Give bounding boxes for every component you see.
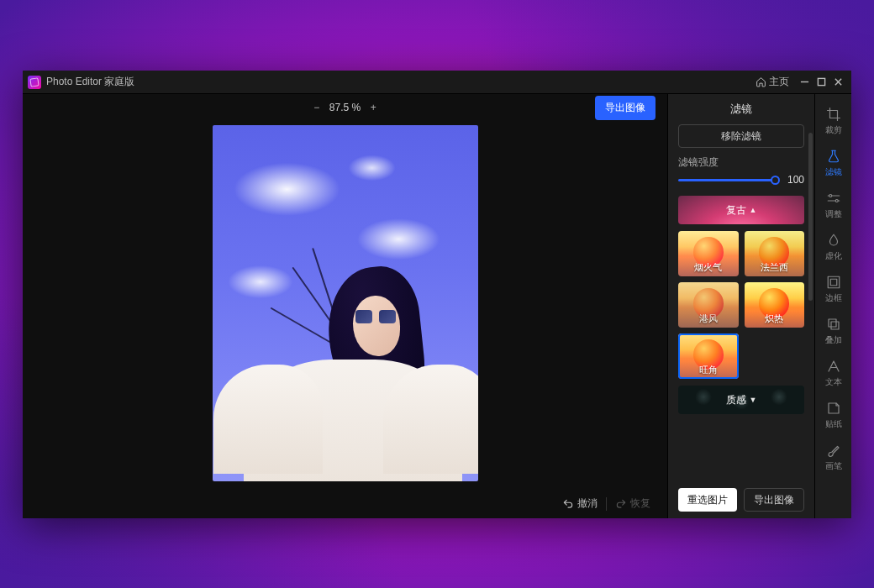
app-logo-icon [28, 76, 41, 89]
app-title: Photo Editor 家庭版 [46, 75, 134, 89]
home-button[interactable]: 主页 [756, 75, 789, 89]
zoom-out-button[interactable]: − [311, 102, 323, 113]
brush-icon [826, 443, 841, 458]
minimize-button[interactable] [796, 74, 813, 91]
intensity-slider[interactable] [678, 176, 776, 184]
svg-rect-3 [828, 276, 840, 288]
panel-scrollbar[interactable] [808, 133, 813, 439]
edited-photo [213, 125, 478, 481]
zoom-in-button[interactable]: + [367, 102, 379, 113]
chevron-down-icon: ▼ [750, 396, 757, 404]
panel-title: 滤镜 [668, 94, 814, 124]
tool-filter[interactable]: 滤镜 [815, 143, 852, 183]
filter-thumb-falanxi[interactable]: 法兰西 [745, 231, 805, 276]
filter-thumb-yanhuoqi[interactable]: 烟火气 [678, 231, 739, 276]
separator [606, 497, 607, 511]
tool-blur[interactable]: 虚化 [815, 227, 852, 267]
drop-icon [826, 233, 841, 248]
tool-brush[interactable]: 画笔 [815, 437, 852, 477]
filter-thumb-gangfeng[interactable]: 港风 [678, 282, 739, 328]
frame-icon [826, 275, 841, 290]
home-icon [756, 76, 766, 87]
sticker-icon [826, 401, 841, 416]
redo-icon [615, 498, 627, 510]
tool-crop[interactable]: 裁剪 [815, 101, 852, 141]
undo-button[interactable]: 撤消 [557, 493, 603, 514]
filter-category-retro[interactable]: 复古▲ [678, 196, 804, 224]
tool-text[interactable]: 文本 [815, 353, 852, 393]
tool-sticker[interactable]: 贴纸 [815, 395, 852, 435]
crop-icon [826, 107, 841, 122]
svg-rect-5 [829, 319, 836, 327]
reselect-image-button[interactable]: 重选图片 [678, 488, 737, 512]
svg-rect-0 [818, 78, 824, 85]
titlebar: Photo Editor 家庭版 主页 [23, 71, 851, 94]
canvas-viewport[interactable] [23, 122, 667, 490]
sliders-icon [826, 191, 841, 206]
zoom-level: 87.5 % [329, 102, 361, 113]
layers-icon [826, 317, 841, 332]
maximize-button[interactable] [813, 74, 829, 91]
intensity-label: 滤镜强度 [678, 156, 804, 169]
tool-overlay[interactable]: 叠加 [815, 311, 852, 351]
svg-rect-6 [831, 322, 839, 329]
text-icon [826, 359, 841, 374]
tool-adjust[interactable]: 调整 [815, 185, 852, 225]
chevron-up-icon: ▲ [750, 206, 757, 214]
intensity-value: 100 [782, 174, 804, 186]
tool-strip: 裁剪 滤镜 调整 虚化 边框 叠加 [814, 94, 851, 518]
remove-filter-button[interactable]: 移除滤镜 [678, 124, 804, 148]
export-image-button-panel[interactable]: 导出图像 [744, 488, 804, 512]
flask-icon [826, 149, 841, 164]
undo-icon [562, 498, 574, 510]
filter-category-texture[interactable]: 质感▼ [678, 386, 804, 414]
svg-rect-4 [830, 279, 837, 286]
filter-thumb-chire[interactable]: 炽热 [745, 282, 805, 328]
canvas-area: − 87.5 % + 导出图像 撤消 [23, 94, 667, 518]
filter-thumb-wangjiao[interactable]: 旺角 [678, 333, 739, 379]
app-window: Photo Editor 家庭版 主页 − 87.5 % + 导出图像 [23, 71, 851, 518]
export-image-button[interactable]: 导出图像 [595, 96, 656, 120]
redo-button: 恢复 [610, 493, 656, 514]
home-label: 主页 [769, 75, 789, 89]
sidebar-panel: 滤镜 移除滤镜 滤镜强度 100 复古▲ 烟火气 法兰西 港风 炽热 [667, 94, 814, 518]
close-button[interactable] [829, 74, 846, 91]
tool-frame[interactable]: 边框 [815, 269, 852, 309]
zoom-controls: − 87.5 % + [311, 102, 379, 113]
